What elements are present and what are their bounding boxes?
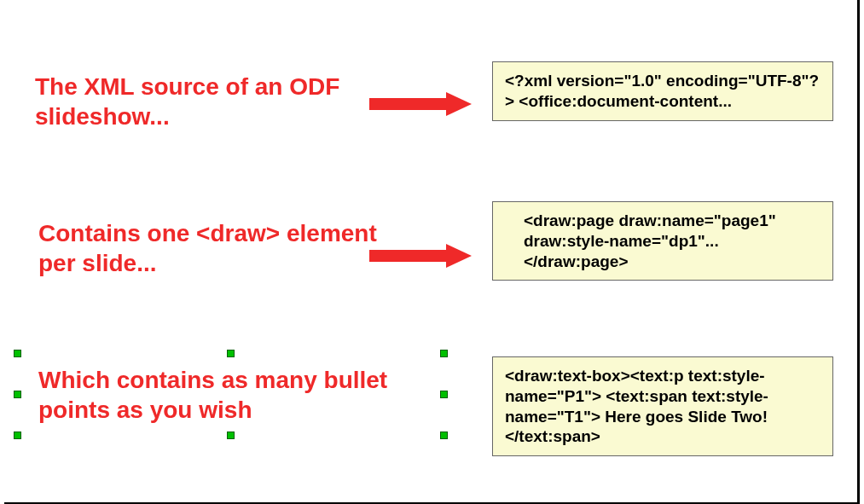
resize-handle-icon[interactable]: [440, 432, 448, 439]
selection-box[interactable]: [17, 353, 444, 435]
slide-canvas: The XML source of an ODF slideshow... <?…: [4, 0, 860, 504]
row-2-code: <draw:page draw:name="page1" draw:style-…: [492, 201, 833, 281]
resize-handle-icon[interactable]: [14, 391, 21, 398]
row-3-code: <draw:text-box><text:p text:style-name="…: [492, 356, 833, 456]
row-1-label: The XML source of an ODF slideshow...: [35, 72, 376, 131]
resize-handle-icon[interactable]: [440, 391, 448, 398]
resize-handle-icon[interactable]: [440, 350, 448, 357]
arrow-icon: [369, 244, 473, 268]
resize-handle-icon[interactable]: [227, 432, 235, 439]
arrow-icon: [369, 92, 473, 116]
row-2-label: Contains one <draw> element per slide...: [38, 218, 380, 278]
resize-handle-icon[interactable]: [227, 350, 235, 357]
row-1-code: <?xml version="1.0" encoding="UTF-8"?> <…: [492, 61, 833, 121]
resize-handle-icon[interactable]: [14, 350, 21, 357]
resize-handle-icon[interactable]: [14, 432, 21, 439]
